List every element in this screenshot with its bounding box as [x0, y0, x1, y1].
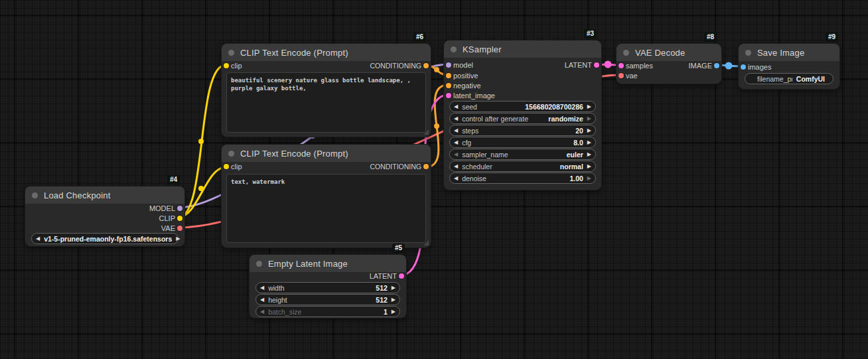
conditioning-port-icon[interactable]	[423, 63, 429, 68]
output-slot-conditioning[interactable]: CONDITIONING	[370, 162, 431, 171]
decrement-icon[interactable]: ◀	[454, 102, 458, 111]
input-slot-model[interactable]: model	[444, 60, 473, 70]
link-dot-pos-cond	[434, 67, 439, 72]
collapse-dot-icon[interactable]	[228, 50, 234, 56]
next-value-icon[interactable]: ▶	[176, 234, 180, 244]
decrement-icon[interactable]: ◀	[260, 307, 264, 317]
increment-icon[interactable]: ▶	[392, 307, 396, 317]
output-slot-image[interactable]: IMAGE	[689, 61, 721, 70]
node-id-badge: #8	[704, 33, 717, 42]
latent-port-icon[interactable]	[594, 62, 599, 68]
link-dot-neg-cond	[434, 123, 439, 129]
conditioning-port-icon[interactable]	[446, 73, 451, 78]
control-after-generate-widget[interactable]: ◀ control after generate randomize ▶	[449, 113, 596, 124]
latent-port-icon[interactable]	[399, 273, 404, 279]
prompt-textarea[interactable]: text, watermark	[226, 174, 426, 243]
latent-port-icon[interactable]	[446, 93, 451, 98]
conditioning-port-icon[interactable]	[423, 164, 429, 169]
output-slot-latent[interactable]: LATENT	[370, 271, 406, 281]
node-empty-latent-image[interactable]: #5 Empty Latent Image LATENT ◀ width 512…	[249, 254, 407, 319]
decrement-icon[interactable]: ◀	[260, 295, 264, 305]
input-slot-latent-image[interactable]: latent_image	[444, 91, 495, 100]
increment-icon[interactable]: ▶	[587, 125, 591, 135]
collapse-dot-icon[interactable]	[745, 50, 751, 56]
output-slot-vae[interactable]: VAE	[161, 224, 184, 233]
input-slot-negative[interactable]: negative	[444, 81, 481, 90]
output-slot-conditioning[interactable]: CONDITIONING	[370, 61, 431, 70]
input-slot-images[interactable]: images	[739, 62, 771, 72]
decrement-icon[interactable]: ◀	[454, 161, 458, 171]
output-slot-clip[interactable]: CLIP	[159, 214, 184, 223]
latent-port-icon[interactable]	[618, 63, 624, 68]
node-clip-text-encode-negative[interactable]: CLIP Text Encode (Prompt) clip CONDITION…	[221, 144, 431, 248]
filename-prefix-widget[interactable]: filename_prefix ComfyUI	[745, 73, 833, 84]
node-ksampler[interactable]: #3 KSampler model positive negative late…	[443, 40, 602, 190]
clip-port-icon[interactable]	[224, 63, 229, 68]
node-title-bar[interactable]: Empty Latent Image	[250, 255, 406, 272]
increment-icon[interactable]: ▶	[587, 173, 591, 183]
increment-icon[interactable]: ▶	[587, 137, 591, 147]
increment-icon[interactable]: ▶	[587, 113, 591, 123]
increment-icon[interactable]: ▶	[392, 283, 396, 293]
increment-icon[interactable]: ▶	[587, 161, 591, 171]
prev-value-icon[interactable]: ◀	[36, 234, 40, 244]
input-slot-samples[interactable]: samples	[616, 61, 653, 70]
node-id-badge: #5	[392, 244, 405, 253]
node-vae-decode[interactable]: #8 VAE Decode samples vae IMAGE	[616, 43, 722, 84]
node-save-image[interactable]: #9 Save Image images filename_prefix Com…	[738, 43, 840, 90]
width-widget[interactable]: ◀ width 512 ▶	[255, 282, 400, 293]
model-port-icon[interactable]	[446, 62, 451, 68]
image-port-icon[interactable]	[714, 63, 719, 68]
ckpt-name-combo[interactable]: ◀ v1-5-pruned-emaonly-fp16.safetensors ▶	[31, 233, 179, 244]
output-slot-latent[interactable]: LATENT	[565, 60, 601, 70]
increment-icon[interactable]: ▶	[587, 149, 591, 159]
decrement-icon[interactable]: ◀	[454, 113, 458, 123]
node-id-badge: #3	[584, 29, 597, 38]
resize-grip-icon[interactable]	[423, 240, 429, 246]
collapse-dot-icon[interactable]	[256, 261, 262, 267]
input-slot-clip[interactable]: clip	[222, 162, 242, 171]
increment-icon[interactable]: ▶	[587, 102, 591, 111]
denoise-widget[interactable]: ◀ denoise 1.00 ▶	[449, 173, 596, 184]
clip-port-icon[interactable]	[224, 164, 229, 169]
node-title-bar[interactable]: CLIP Text Encode (Prompt)	[222, 44, 431, 61]
decrement-icon[interactable]: ◀	[260, 283, 264, 293]
prompt-textarea[interactable]: beautiful scenery nature glass bottle la…	[226, 72, 426, 133]
increment-icon[interactable]: ▶	[392, 295, 396, 305]
node-title-bar[interactable]: CLIP Text Encode (Prompt)	[222, 145, 431, 162]
decrement-icon[interactable]: ◀	[454, 137, 458, 147]
height-widget[interactable]: ◀ height 512 ▶	[255, 294, 400, 305]
image-port-icon[interactable]	[741, 64, 746, 70]
node-id-badge: #4	[167, 175, 180, 184]
sampler-name-widget[interactable]: ◀ sampler_name euler ▶	[449, 149, 596, 160]
scheduler-widget[interactable]: ◀ scheduler normal ▶	[449, 161, 596, 172]
node-clip-text-encode-positive[interactable]: #6 CLIP Text Encode (Prompt) clip CONDIT…	[221, 43, 431, 137]
node-title-bar[interactable]: KSampler	[444, 40, 601, 58]
collapse-dot-icon[interactable]	[228, 151, 234, 157]
output-slot-model[interactable]: MODEL	[149, 204, 184, 213]
input-slot-vae[interactable]: vae	[616, 71, 638, 80]
cfg-widget[interactable]: ◀ cfg 8.0 ▶	[449, 137, 596, 148]
collapse-dot-icon[interactable]	[32, 192, 38, 198]
resize-grip-icon[interactable]	[423, 129, 429, 135]
collapse-dot-icon[interactable]	[623, 50, 629, 56]
vae-port-icon[interactable]	[177, 226, 182, 231]
node-title-bar[interactable]: VAE Decode	[616, 44, 721, 61]
decrement-icon[interactable]: ◀	[454, 125, 458, 135]
input-slot-clip[interactable]: clip	[222, 61, 242, 70]
batch-size-widget[interactable]: ◀ batch_size 1 ▶	[255, 306, 400, 317]
decrement-icon[interactable]: ◀	[454, 173, 458, 183]
node-load-checkpoint[interactable]: #4 Load Checkpoint MODEL CLIP VAE ◀ v1-5…	[25, 186, 185, 247]
clip-port-icon[interactable]	[177, 216, 182, 221]
node-title-bar[interactable]: Load Checkpoint	[25, 186, 184, 204]
model-port-icon[interactable]	[177, 206, 182, 211]
decrement-icon[interactable]: ◀	[454, 149, 458, 159]
conditioning-port-icon[interactable]	[446, 83, 451, 88]
steps-widget[interactable]: ◀ steps 20 ▶	[449, 125, 596, 136]
vae-port-icon[interactable]	[618, 73, 624, 78]
ckpt-name-value: v1-5-pruned-emaonly-fp16.safetensors	[44, 235, 172, 243]
node-title-bar[interactable]: Save Image	[739, 44, 839, 61]
input-slot-positive[interactable]: positive	[444, 71, 478, 80]
collapse-dot-icon[interactable]	[451, 46, 457, 52]
seed-widget[interactable]: ◀ seed 156680208700286 ▶	[449, 101, 596, 112]
